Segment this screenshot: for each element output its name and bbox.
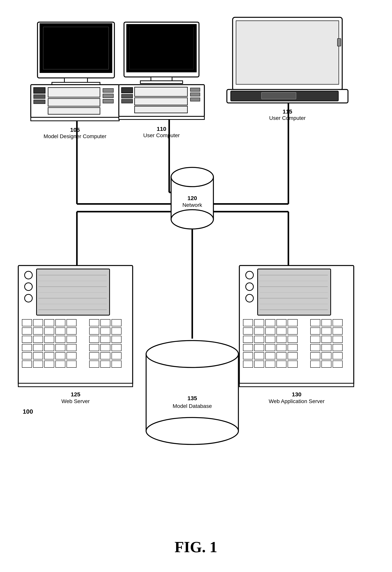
svg-rect-176	[239, 383, 354, 387]
svg-rect-106	[112, 352, 121, 359]
svg-rect-78	[56, 328, 65, 334]
svg-rect-68	[33, 319, 43, 326]
svg-rect-160	[243, 352, 253, 359]
svg-rect-143	[333, 328, 342, 334]
label-115-number: 115	[283, 108, 292, 115]
svg-rect-138	[266, 328, 275, 334]
svg-rect-136	[243, 328, 253, 334]
svg-rect-75	[22, 328, 32, 334]
svg-rect-19	[34, 95, 45, 98]
svg-point-56	[25, 271, 32, 279]
label-115-text: User Computer	[269, 115, 306, 121]
label-135-text: Model Database	[173, 403, 212, 409]
label-135-number: 135	[187, 395, 197, 401]
svg-rect-87	[67, 336, 76, 343]
svg-rect-59	[37, 269, 110, 315]
svg-rect-96	[90, 344, 99, 351]
svg-rect-79	[67, 328, 76, 334]
label-130-number: 130	[292, 391, 302, 397]
svg-rect-102	[56, 352, 65, 359]
svg-rect-33	[140, 81, 183, 83]
svg-rect-135	[333, 319, 342, 326]
svg-rect-48	[337, 38, 341, 46]
svg-rect-157	[311, 344, 320, 351]
svg-rect-40	[190, 98, 200, 101]
svg-rect-165	[311, 352, 320, 359]
svg-rect-99	[22, 352, 32, 359]
svg-rect-21	[103, 89, 113, 92]
svg-rect-109	[45, 361, 54, 367]
svg-rect-92	[33, 344, 43, 351]
svg-rect-154	[266, 344, 275, 351]
svg-rect-90	[112, 336, 121, 343]
svg-rect-37	[121, 99, 133, 103]
svg-rect-35	[121, 88, 133, 93]
svg-rect-150	[322, 336, 331, 343]
svg-rect-25	[48, 98, 100, 106]
node-115	[227, 17, 348, 103]
svg-rect-89	[101, 336, 110, 343]
svg-rect-22	[103, 94, 113, 98]
svg-rect-26	[48, 108, 100, 114]
svg-rect-137	[254, 328, 264, 334]
svg-rect-145	[254, 336, 264, 343]
svg-rect-134	[322, 319, 331, 326]
svg-rect-20	[34, 100, 45, 104]
node-110	[119, 22, 204, 119]
svg-rect-147	[277, 336, 286, 343]
svg-rect-77	[45, 328, 54, 334]
svg-rect-95	[67, 344, 76, 351]
label-110-text: User Computer	[143, 132, 180, 138]
svg-rect-74	[112, 319, 121, 326]
svg-rect-88	[90, 336, 99, 343]
svg-rect-148	[288, 336, 297, 343]
svg-rect-161	[254, 352, 264, 359]
svg-rect-141	[311, 328, 320, 334]
svg-rect-170	[266, 361, 275, 367]
svg-rect-83	[22, 336, 32, 343]
svg-rect-133	[311, 319, 320, 326]
svg-rect-158	[322, 344, 331, 351]
svg-rect-97	[101, 344, 110, 351]
svg-rect-94	[56, 344, 65, 351]
svg-point-58	[25, 294, 32, 302]
svg-rect-81	[101, 328, 110, 334]
svg-rect-146	[266, 336, 275, 343]
svg-point-53	[171, 167, 213, 187]
svg-rect-151	[333, 336, 342, 343]
svg-rect-168	[243, 361, 253, 367]
label-125-text: Web Server	[61, 398, 90, 404]
svg-rect-13	[43, 27, 109, 69]
svg-rect-132	[288, 319, 297, 326]
svg-rect-71	[67, 319, 76, 326]
svg-rect-149	[311, 336, 320, 343]
svg-rect-18	[34, 88, 45, 93]
svg-rect-101	[45, 352, 54, 359]
svg-rect-152	[243, 344, 253, 351]
label-110-number: 110	[157, 126, 166, 132]
svg-rect-114	[112, 361, 121, 367]
svg-rect-86	[56, 336, 65, 343]
svg-rect-175	[333, 361, 342, 367]
label-130-text: Web Application Server	[269, 398, 325, 404]
svg-rect-80	[90, 328, 99, 334]
svg-point-118	[246, 283, 253, 290]
node-125	[18, 266, 133, 387]
svg-rect-142	[322, 328, 331, 334]
svg-rect-110	[56, 361, 65, 367]
svg-rect-47	[236, 21, 339, 84]
svg-rect-128	[243, 319, 253, 326]
svg-rect-67	[22, 319, 32, 326]
svg-rect-153	[254, 344, 264, 351]
svg-rect-144	[243, 336, 253, 343]
system-label: 100	[23, 408, 33, 415]
label-120-text: Network	[182, 202, 202, 208]
label-105-text: Model Designer Computer	[44, 133, 106, 139]
svg-point-119	[246, 294, 253, 302]
svg-point-57	[25, 283, 32, 290]
svg-rect-156	[288, 344, 297, 351]
svg-rect-107	[22, 361, 32, 367]
svg-rect-38	[190, 88, 200, 91]
svg-rect-174	[322, 361, 331, 367]
svg-rect-166	[322, 352, 331, 359]
